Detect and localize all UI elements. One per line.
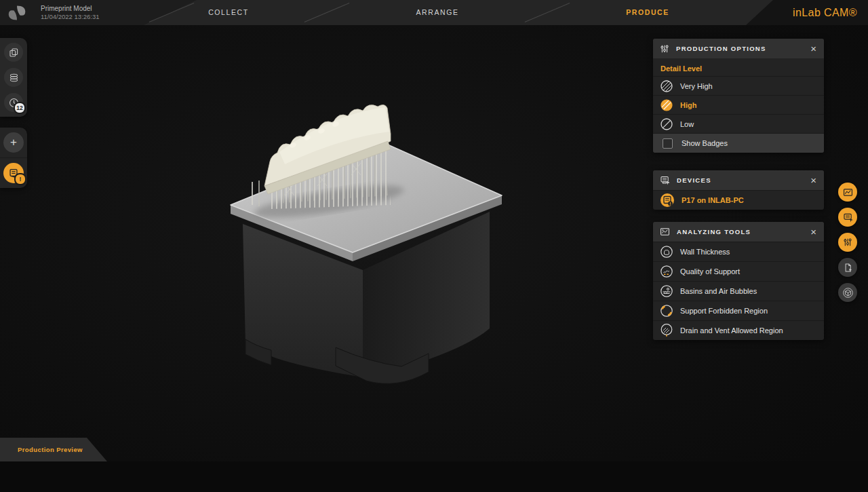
project-info: Primeprint Model 11/04/2022 13:26:31 bbox=[41, 5, 99, 21]
option-label: Low bbox=[680, 120, 694, 128]
close-icon[interactable]: × bbox=[809, 43, 818, 54]
option-high[interactable]: High bbox=[653, 95, 824, 114]
detail-level-label: Detail Level bbox=[653, 58, 824, 76]
sliders-icon bbox=[842, 237, 853, 248]
support-forbidden-region-icon bbox=[660, 304, 673, 318]
show-badges-checkbox[interactable] bbox=[663, 138, 673, 149]
option-low[interactable]: Low bbox=[653, 114, 824, 133]
tool-support-forbidden-region[interactable]: Support Forbidden Region bbox=[653, 301, 824, 320]
left-toolbar-group-1: 12 bbox=[0, 38, 27, 117]
tool-drain-vent-allowed-region[interactable]: Drain and Vent Allowed Region bbox=[653, 320, 824, 340]
history-count-badge: 12 bbox=[14, 102, 26, 114]
view-3d-icon bbox=[842, 287, 854, 299]
option-label: High bbox=[680, 101, 696, 109]
panel-title: ANALYZING TOOLS bbox=[677, 228, 803, 235]
panel-header: ANALYZING TOOLS × bbox=[653, 222, 824, 242]
tool-wall-thickness[interactable]: Wall Thickness bbox=[653, 242, 824, 261]
analyzing-tools-icon bbox=[659, 226, 671, 238]
panel-analyzing-tools: ANALYZING TOOLS × Wall Thickness Quality… bbox=[653, 222, 824, 340]
close-icon[interactable]: × bbox=[809, 175, 818, 185]
tab-collect[interactable]: COLLECT bbox=[188, 0, 269, 25]
material-stack-icon bbox=[8, 72, 20, 83]
panel-title: DEVICES bbox=[677, 176, 803, 184]
analyzing-tools-icon bbox=[842, 187, 854, 198]
tab-separator bbox=[304, 3, 350, 22]
device-label: P17 on INLAB-PC bbox=[682, 196, 744, 204]
tool-label: Quality of Support bbox=[680, 267, 740, 276]
detail-high-icon bbox=[660, 98, 673, 112]
devices-toggle-button[interactable] bbox=[838, 208, 857, 227]
history-button[interactable]: 12 bbox=[4, 93, 23, 112]
production-report-icon bbox=[842, 262, 854, 273]
tool-label: Drain and Vent Allowed Region bbox=[680, 326, 783, 335]
production-report-button[interactable] bbox=[838, 258, 857, 277]
material-stack-button[interactable] bbox=[4, 68, 23, 87]
analyzing-tools-toggle-button[interactable] bbox=[838, 183, 857, 202]
panel-header: PRODUCTION OPTIONS × bbox=[653, 39, 824, 58]
panel-title: PRODUCTION OPTIONS bbox=[676, 45, 803, 52]
panel-header: DEVICES × bbox=[653, 170, 824, 190]
project-name: Primeprint Model bbox=[41, 5, 99, 13]
wall-thickness-icon bbox=[660, 245, 673, 259]
detail-very-high-icon bbox=[660, 79, 673, 93]
basins-air-bubbles-icon bbox=[660, 284, 673, 298]
tool-quality-of-support[interactable]: Quality of Support bbox=[653, 261, 824, 281]
tool-label: Wall Thickness bbox=[680, 248, 730, 256]
detail-low-icon bbox=[660, 117, 673, 131]
view-3d-button[interactable] bbox=[838, 283, 857, 302]
tab-produce[interactable]: PRODUCE bbox=[607, 0, 688, 25]
add-icon: + bbox=[10, 136, 17, 148]
device-alert-badge: ! bbox=[14, 173, 26, 185]
devices-icon bbox=[842, 212, 854, 223]
top-bar: Primeprint Model 11/04/2022 13:26:31 COL… bbox=[0, 0, 868, 25]
copies-icon bbox=[8, 47, 20, 58]
device-status-icon bbox=[660, 193, 675, 208]
drain-vent-allowed-region-icon bbox=[660, 323, 673, 338]
app-logo-icon[interactable] bbox=[7, 3, 26, 22]
panel-production-options: PRODUCTION OPTIONS × Detail Level Very H… bbox=[653, 39, 824, 153]
production-options-toggle-button[interactable] bbox=[838, 233, 857, 252]
add-button[interactable]: + bbox=[3, 132, 24, 153]
quality-of-support-icon bbox=[660, 265, 673, 278]
primeprint-device-button[interactable]: ! bbox=[3, 163, 24, 183]
show-badges-label: Show Badges bbox=[682, 139, 728, 147]
close-icon[interactable]: × bbox=[809, 227, 818, 237]
option-very-high[interactable]: Very High bbox=[653, 76, 824, 95]
bottom-bar: ← ✓ Start Production ! ✓ bbox=[0, 461, 868, 492]
tool-basins-air-bubbles[interactable]: Basins and Air Bubbles bbox=[653, 281, 824, 301]
toolbar-divider bbox=[0, 157, 27, 158]
device-row[interactable]: P17 on INLAB-PC bbox=[653, 190, 824, 210]
copies-button[interactable] bbox=[4, 43, 23, 62]
tool-label: Support Forbidden Region bbox=[680, 307, 768, 315]
sliders-icon bbox=[659, 43, 670, 54]
panel-devices: DEVICES × P17 on INLAB-PC bbox=[653, 170, 824, 210]
project-datetime: 11/04/2022 13:26:31 bbox=[41, 13, 99, 21]
show-badges-row[interactable]: Show Badges bbox=[653, 133, 824, 153]
app-name: inLab CAM® bbox=[793, 0, 857, 25]
devices-icon bbox=[659, 174, 671, 186]
tool-label: Basins and Air Bubbles bbox=[680, 287, 757, 295]
tab-arrange[interactable]: ARRANGE bbox=[397, 0, 478, 25]
left-toolbar-group-2: + ! bbox=[0, 128, 27, 188]
tab-separator bbox=[525, 3, 570, 22]
option-label: Very High bbox=[680, 82, 713, 90]
